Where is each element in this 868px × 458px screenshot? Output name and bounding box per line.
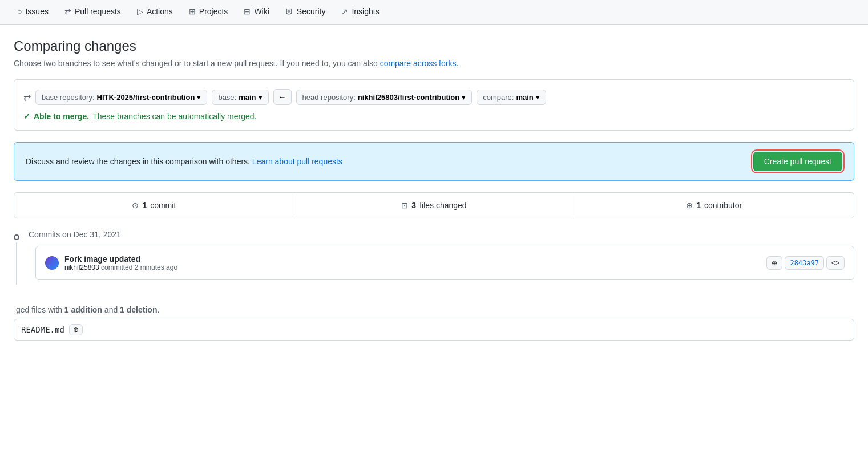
banner-text: Discuss and review the changes in this c…: [26, 157, 252, 166]
nav-wiki[interactable]: ⊟ Wiki: [236, 0, 277, 24]
insights-icon: ↗: [341, 7, 348, 16]
base-repo-prefix: base repository:: [42, 93, 95, 102]
commit-message: Fork image updated: [64, 254, 177, 264]
commits-label: commit: [150, 201, 176, 210]
commit-timeline: Commits on Dec 31, 2021 Fork image updat…: [14, 230, 854, 285]
commit-right: ⊕ 2843a97 <>: [766, 256, 845, 270]
create-pull-request-button[interactable]: Create pull request: [753, 152, 842, 171]
timeline-line: [14, 230, 24, 285]
merge-status-bold: Able to merge.: [34, 112, 89, 121]
info-banner: Discuss and review the changes in this c…: [14, 142, 854, 181]
nav-security[interactable]: ⛨ Security: [277, 0, 334, 24]
head-repo-select[interactable]: head repository: nikhil25803/first-contr…: [296, 90, 473, 105]
nav-security-label: Security: [297, 7, 326, 16]
commits-section: Commits on Dec 31, 2021 Fork image updat…: [14, 230, 854, 296]
nav-wiki-label: Wiki: [254, 7, 269, 16]
commit-meta: nikhil25803 committed 2 minutes ago: [64, 264, 177, 271]
base-branch-chevron: ▾: [259, 93, 263, 102]
actions-icon: ▷: [137, 7, 143, 16]
files-icon: ⊡: [401, 201, 408, 210]
head-repo-prefix: head repository:: [302, 93, 356, 102]
avatar: [45, 256, 59, 270]
browse-repo-button[interactable]: <>: [826, 256, 845, 270]
commit-info: Fork image updated nikhil25803 committed…: [64, 254, 177, 271]
file-name: README.md: [21, 325, 64, 334]
compare-branch-name: main: [516, 93, 533, 102]
copy-sha-button[interactable]: ⊕: [766, 256, 782, 270]
main-content: Comparing changes Choose two branches to…: [0, 25, 868, 341]
files-stat: ⊡ 3 files changed: [294, 193, 575, 218]
base-repo-chevron: ▾: [197, 93, 201, 102]
nav-insights-label: Insights: [352, 7, 379, 16]
merge-status-text: These branches can be automatically merg…: [92, 112, 256, 121]
compare-branch-prefix: compare:: [483, 93, 514, 102]
commit-item: Fork image updated nikhil25803 committed…: [35, 246, 854, 280]
compare-forks-link[interactable]: compare across forks.: [380, 59, 459, 68]
base-repo-select[interactable]: base repository: HITK-2025/first-contrib…: [35, 90, 207, 105]
timeline-vert: [16, 242, 17, 285]
changed-files-header: ged files with 1 addition and 1 deletion…: [14, 305, 854, 314]
timeline-dot: [14, 234, 19, 240]
copy-file-button[interactable]: ⊕: [69, 324, 83, 335]
nav-projects-label: Projects: [199, 7, 228, 16]
changed-files-text: ged files with 1 addition and 1 deletion…: [16, 305, 159, 314]
nav-pull-requests-label: Pull requests: [75, 7, 121, 16]
contributors-count: 1: [696, 201, 701, 210]
nav-issues[interactable]: ○ Issues: [9, 0, 56, 24]
base-repo-name: HITK-2025/first-contribution: [97, 93, 195, 102]
issues-icon: ○: [17, 7, 22, 16]
commit-timeline-content: Commits on Dec 31, 2021 Fork image updat…: [24, 230, 854, 285]
top-nav: ○ Issues ⇄ Pull requests ▷ Actions ⊞ Pro…: [0, 0, 868, 25]
commit-author[interactable]: nikhil25803: [64, 264, 99, 271]
page-title: Comparing changes: [14, 38, 854, 54]
commit-sha[interactable]: 2843a97: [785, 256, 824, 270]
learn-pull-requests-link[interactable]: Learn about pull requests: [252, 157, 342, 166]
nav-pull-requests[interactable]: ⇄ Pull requests: [56, 0, 129, 24]
changed-files-section: ged files with 1 addition and 1 deletion…: [14, 305, 854, 341]
compare-box: ⇄ base repository: HITK-2025/first-contr…: [14, 79, 854, 131]
file-item: README.md ⊕: [14, 319, 854, 341]
commits-count: 1: [142, 201, 147, 210]
nav-actions[interactable]: ▷ Actions: [129, 0, 181, 24]
commits-icon: ⊙: [132, 201, 139, 210]
stats-row: ⊙ 1 commit ⊡ 3 files changed ⊕ 1 contrib…: [14, 192, 854, 218]
contributors-stat: ⊕ 1 contributor: [574, 193, 854, 218]
base-branch-name: main: [239, 93, 256, 102]
pull-requests-icon: ⇄: [64, 7, 71, 16]
base-branch-prefix: base:: [218, 93, 236, 102]
page-subtitle: Choose two branches to see what's change…: [14, 59, 854, 68]
commit-time: committed 2 minutes ago: [101, 264, 177, 271]
nav-projects[interactable]: ⊞ Projects: [181, 0, 236, 24]
nav-actions-label: Actions: [147, 7, 173, 16]
head-repo-name: nikhil25803/first-contribution: [358, 93, 459, 102]
commit-left: Fork image updated nikhil25803 committed…: [45, 254, 177, 271]
merge-status: ✓ Able to merge. These branches can be a…: [23, 112, 845, 121]
files-label: files changed: [419, 201, 467, 210]
commits-date-header: Commits on Dec 31, 2021: [24, 230, 854, 239]
compare-row: ⇄ base repository: HITK-2025/first-contr…: [23, 89, 845, 105]
projects-icon: ⊞: [189, 7, 196, 16]
commits-date: Commits on Dec 31, 2021: [29, 230, 121, 239]
avatar-image: [45, 256, 59, 270]
contributors-label: contributor: [704, 201, 742, 210]
wiki-icon: ⊟: [244, 7, 251, 16]
swap-button[interactable]: ←: [273, 89, 292, 105]
files-count: 3: [411, 201, 416, 210]
contributors-icon: ⊕: [686, 201, 693, 210]
compare-branch-chevron: ▾: [536, 93, 540, 102]
base-branch-select[interactable]: base: main ▾: [212, 90, 268, 105]
subtitle-text: Choose two branches to see what's change…: [14, 59, 380, 68]
compare-branch-select[interactable]: compare: main ▾: [477, 90, 546, 105]
merge-check-icon: ✓: [23, 112, 30, 121]
commits-stat: ⊙ 1 commit: [14, 193, 294, 218]
info-banner-text: Discuss and review the changes in this c…: [26, 157, 342, 166]
nav-issues-label: Issues: [25, 7, 48, 16]
security-icon: ⛨: [285, 7, 293, 16]
head-repo-chevron: ▾: [462, 93, 466, 102]
compare-arrows-icon: ⇄: [23, 92, 31, 103]
nav-insights[interactable]: ↗ Insights: [333, 0, 387, 24]
